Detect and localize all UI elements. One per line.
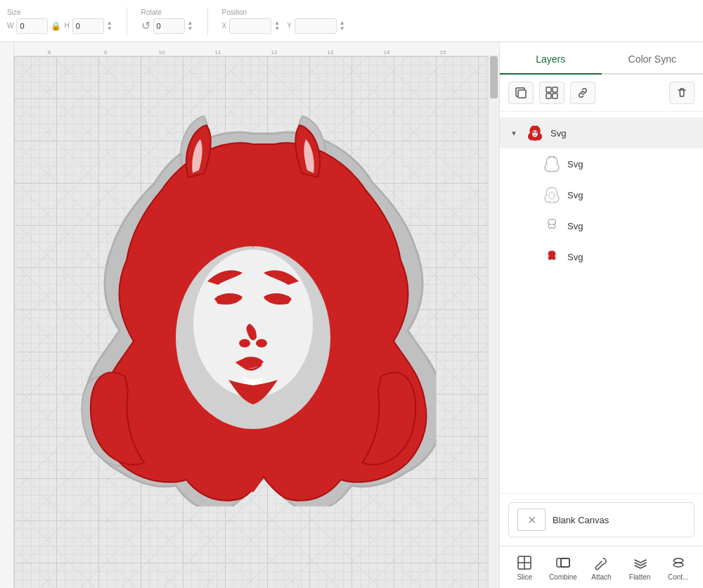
main-area: 8 9 10 11 12 13 14 15 xyxy=(0,42,703,588)
scrollbar-thumb[interactable] xyxy=(490,56,498,98)
position-label: Position xyxy=(222,8,247,16)
slice-label: Slice xyxy=(517,573,532,581)
layer-tool-link-btn[interactable] xyxy=(570,82,595,104)
x-input[interactable] xyxy=(229,18,271,34)
combine-icon xyxy=(555,554,572,571)
layer-name-3: Svg xyxy=(567,190,695,200)
bottom-bar: Slice Combine Attach xyxy=(500,546,703,588)
height-stepper[interactable]: ▲▼ xyxy=(107,20,112,32)
layer-icon-3 xyxy=(542,185,562,205)
svg-point-13 xyxy=(536,132,538,133)
svg-rect-21 xyxy=(561,558,569,567)
svg-point-2 xyxy=(239,339,250,347)
slice-icon xyxy=(516,554,533,571)
svg-point-1 xyxy=(193,250,313,397)
ruler-tick-8: 8 xyxy=(48,49,51,56)
layer-name-1: Svg xyxy=(550,128,695,139)
x-label: X xyxy=(222,22,227,30)
rotate-input[interactable] xyxy=(153,18,185,34)
cont-icon xyxy=(670,554,687,571)
attach-icon xyxy=(593,554,610,571)
svg-point-15 xyxy=(550,224,551,225)
blank-canvas-label: Blank Canvas xyxy=(553,515,609,525)
layer-item-4[interactable]: ▶ Svg xyxy=(500,210,703,241)
layer-toolbar xyxy=(500,75,703,112)
tab-layers[interactable]: Layers xyxy=(500,42,602,73)
blank-canvas-area: Blank Canvas xyxy=(500,493,703,546)
ruler-top: 8 9 10 11 12 13 14 15 xyxy=(0,42,499,56)
svg-rect-8 xyxy=(553,87,557,92)
rotate-label: Rotate xyxy=(141,8,162,16)
w-label: W xyxy=(7,22,13,30)
layer-chevron-1[interactable]: ▼ xyxy=(508,127,520,139)
layer-name-4: Svg xyxy=(567,221,695,231)
layer-item-2[interactable]: ▶ Svg xyxy=(500,148,703,179)
svg-rect-7 xyxy=(546,87,551,92)
layer-icon-5 xyxy=(542,247,562,267)
lock-icon[interactable]: 🔒 xyxy=(51,21,61,31)
scrollbar-vertical[interactable] xyxy=(488,56,499,588)
ruler-tick-15: 15 xyxy=(440,49,446,56)
attach-btn[interactable]: Attach xyxy=(582,550,621,585)
layers-list: ▼ Svg ▶ xyxy=(500,112,703,493)
svg-rect-10 xyxy=(553,94,557,98)
layer-tool-delete-btn[interactable] xyxy=(669,82,695,104)
slice-btn[interactable]: Slice xyxy=(505,550,544,585)
svg-rect-9 xyxy=(546,94,551,98)
layer-item-3[interactable]: ▶ Svg xyxy=(500,179,703,210)
flatten-icon xyxy=(631,554,648,571)
right-panel: Layers Color Sync xyxy=(499,42,703,588)
layer-icon-4 xyxy=(542,216,562,236)
canvas-area[interactable]: 8 9 10 11 12 13 14 15 xyxy=(0,42,499,588)
divider-1 xyxy=(127,7,127,35)
svg-point-3 xyxy=(256,339,267,347)
panel-tabs: Layers Color Sync xyxy=(500,42,703,75)
y-input[interactable] xyxy=(295,18,337,34)
height-input[interactable] xyxy=(72,18,104,34)
flatten-btn[interactable]: Flatten xyxy=(621,550,659,585)
rotate-group: Rotate ↺ ▲▼ xyxy=(141,8,193,34)
tab-color-sync[interactable]: Color Sync xyxy=(602,42,704,73)
svg-point-11 xyxy=(532,130,538,137)
ruler-tick-9: 9 xyxy=(104,49,107,56)
svg-point-16 xyxy=(553,224,554,225)
ruler-tick-13: 13 xyxy=(328,49,334,56)
flatten-label: Flatten xyxy=(629,573,651,581)
rotate-icon: ↺ xyxy=(141,19,150,32)
rotate-stepper[interactable]: ▲▼ xyxy=(188,20,193,32)
grid-canvas[interactable] xyxy=(14,56,488,588)
layer-icon-2 xyxy=(542,154,562,174)
blank-canvas-btn[interactable]: Blank Canvas xyxy=(508,502,695,537)
layer-tool-copy-btn[interactable] xyxy=(508,82,534,104)
position-group: Position X ▲▼ Y ▲▼ xyxy=(222,8,345,34)
x-stepper[interactable]: ▲▼ xyxy=(274,20,280,32)
combine-btn[interactable]: Combine xyxy=(544,550,583,585)
svg-point-12 xyxy=(533,132,535,133)
y-stepper[interactable]: ▲▼ xyxy=(340,20,345,32)
ruler-tick-10: 10 xyxy=(159,49,165,56)
svg-rect-6 xyxy=(518,90,526,98)
layer-name-2: Svg xyxy=(567,159,695,170)
ruler-tick-12: 12 xyxy=(271,49,278,56)
toolbar: Size W 🔒 H ▲▼ Rotate ↺ ▲▼ Position X ▲▼ … xyxy=(0,0,703,42)
mascot-container[interactable] xyxy=(70,113,436,506)
svg-point-14 xyxy=(549,192,555,199)
ruler-tick-11: 11 xyxy=(215,49,221,56)
h-label: H xyxy=(64,22,69,30)
y-label: Y xyxy=(287,22,292,30)
layer-item-1[interactable]: ▼ Svg xyxy=(500,117,703,148)
layer-name-5: Svg xyxy=(567,252,695,262)
ruler-tick-14: 14 xyxy=(384,49,390,56)
ruler-left xyxy=(0,42,14,588)
cont-label: Cont... xyxy=(668,573,688,581)
attach-label: Attach xyxy=(591,573,611,581)
cont-btn[interactable]: Cont... xyxy=(659,550,697,585)
width-input[interactable] xyxy=(16,18,48,34)
blank-canvas-preview xyxy=(517,509,546,531)
layer-tool-arrange-btn[interactable] xyxy=(539,82,565,104)
size-group: Size W 🔒 H ▲▼ xyxy=(7,8,112,34)
size-label: Size xyxy=(7,8,20,16)
combine-label: Combine xyxy=(549,573,577,581)
layer-icon-1 xyxy=(525,123,545,143)
layer-item-5[interactable]: ▶ Svg xyxy=(500,241,703,272)
